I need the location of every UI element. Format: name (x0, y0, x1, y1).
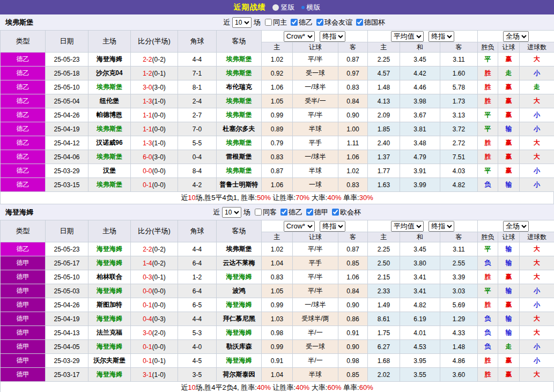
filter-checkbox[interactable]: 同主 (263, 18, 287, 27)
scope-select[interactable]: 全场 (503, 221, 529, 232)
away-team[interactable]: 荷尔斯泰因 (217, 368, 262, 382)
filter-checkbox-input[interactable] (291, 19, 298, 26)
corner-score: 3-5 (178, 368, 217, 382)
home-team[interactable]: 沃尔夫斯堡 (88, 354, 131, 368)
filter-checkbox-input[interactable] (356, 19, 363, 26)
summary-segment: 10 (188, 194, 195, 202)
filter-checkbox-label: 球会友谊 (324, 18, 352, 27)
filter-checkbox[interactable]: 欧会杯 (328, 208, 361, 217)
away-team[interactable]: 海登海姆 (217, 298, 262, 312)
col-header-odds-away: 客 (338, 232, 368, 242)
league-badge: 德甲 (1, 312, 46, 326)
avg-stage-select[interactable]: 终指 (429, 221, 454, 232)
home-team[interactable]: 海登海姆 (88, 340, 131, 354)
avg-away: 1.60 (440, 66, 478, 80)
filter-checkbox-input[interactable] (265, 19, 272, 26)
home-team[interactable]: 法兰克福 (88, 326, 131, 340)
home-team[interactable]: 纽伦堡 (88, 94, 131, 108)
filter-checkbox[interactable]: 同客 (253, 208, 277, 217)
avg-away: 5.78 (440, 80, 478, 94)
recent-count-select[interactable]: 10 (222, 207, 241, 218)
team-name: 埃弗斯堡 (5, 18, 33, 27)
home-team[interactable]: 海登海姆 (88, 368, 131, 382)
half-score: (1-0) (152, 371, 166, 379)
filter-checkbox-input[interactable] (316, 19, 323, 26)
home-team[interactable]: 埃弗斯堡 (88, 150, 131, 164)
home-team[interactable]: 柏林联合 (88, 270, 131, 284)
odds-home: 0.99 (262, 340, 293, 354)
summary-segment: 70% (296, 194, 309, 202)
filter-checkbox-input[interactable] (280, 209, 287, 216)
away-team[interactable]: 普鲁士明斯特 (217, 178, 262, 192)
away-team[interactable]: 勒沃库森 (217, 340, 262, 354)
avg-stage-select[interactable]: 终指 (429, 31, 454, 42)
avg-draw: 4.46 (400, 80, 440, 94)
avg-home: 2.09 (368, 108, 400, 122)
away-team[interactable]: 海登海姆 (217, 354, 262, 368)
result-outcome: 平 (478, 108, 498, 122)
result-goals: 小 (520, 122, 554, 136)
league-badge: 德甲 (1, 340, 46, 354)
match-row: 德乙25-05-23海登海姆2-2(0-2)4-4埃弗斯堡1.02平/半0.87… (1, 242, 554, 256)
home-team[interactable]: 汉诺威96 (88, 136, 131, 150)
home-team[interactable]: 沙尔克04 (88, 66, 131, 80)
filter-checkbox[interactable]: 德乙 (287, 18, 313, 27)
away-team[interactable]: 云达不莱梅 (217, 256, 262, 270)
away-team[interactable]: 埃弗斯堡 (217, 242, 262, 256)
home-team[interactable]: 汉堡 (88, 164, 131, 178)
league-badge: 德甲 (1, 326, 46, 340)
away-team[interactable]: 埃弗斯堡 (217, 164, 262, 178)
home-team[interactable]: 埃弗斯堡 (88, 178, 131, 192)
filter-checkbox-input[interactable] (332, 209, 339, 216)
home-team[interactable]: 埃弗斯堡 (88, 122, 131, 136)
league-badge: 德甲 (1, 256, 46, 270)
home-team[interactable]: 海登海姆 (88, 242, 131, 256)
away-team[interactable]: 布伦瑞克 (217, 80, 262, 94)
avg-draw: 4.82 (400, 298, 440, 312)
company-select[interactable]: Crow* (284, 31, 315, 42)
average-select[interactable]: 平均值 (391, 221, 424, 232)
away-team[interactable]: 雷根斯堡 (217, 150, 262, 164)
home-team[interactable]: 斯图加特 (88, 298, 131, 312)
filter-checkbox[interactable]: 德国杯 (352, 18, 385, 27)
home-team[interactable]: 海登海姆 (88, 53, 131, 66)
odds-handicap: 半/一 (293, 326, 338, 340)
away-team[interactable]: 埃弗斯堡 (217, 136, 262, 150)
avg-home: 4.13 (368, 94, 400, 108)
away-team[interactable]: 海登海姆 (217, 326, 262, 340)
filter-checkbox[interactable]: 德乙 (277, 208, 302, 217)
filter-checkbox-input[interactable] (306, 209, 313, 216)
home-team[interactable]: 埃弗斯堡 (88, 80, 131, 94)
away-team[interactable]: 埃弗斯堡 (217, 53, 262, 66)
away-team[interactable]: 埃弗斯堡 (217, 66, 262, 80)
average-odds-header: 平均值 终指 (368, 31, 478, 42)
company-select[interactable]: Crow* (284, 221, 315, 232)
odds-home: 0.99 (262, 298, 293, 312)
avg-away: 3.13 (440, 108, 478, 122)
filter-checkbox-input[interactable] (255, 209, 262, 216)
away-team[interactable]: 波鸿 (217, 284, 262, 298)
home-team[interactable]: 海登海姆 (88, 284, 131, 298)
odds-stage-select[interactable]: 终指 (320, 221, 345, 232)
radio-horizontal[interactable]: 横版 (301, 3, 321, 12)
home-team[interactable]: 帕德博恩 (88, 108, 131, 122)
recent-count-select[interactable]: 10 (232, 17, 252, 28)
odds-home: 1.03 (262, 312, 293, 326)
away-team[interactable]: 拜仁慕尼黑 (217, 312, 262, 326)
league-filter-checkboxes: 同主德乙球会友谊德国杯 (263, 18, 385, 27)
filter-checkbox[interactable]: 德甲 (302, 208, 328, 217)
away-team[interactable]: 杜塞尔多夫 (217, 122, 262, 136)
score: 2-2(0-2) (131, 242, 178, 256)
odds-stage-select[interactable]: 终指 (320, 31, 345, 42)
average-select[interactable]: 平均值 (391, 31, 424, 42)
home-team[interactable]: 海登海姆 (88, 312, 131, 326)
away-team[interactable]: 埃弗斯堡 (217, 94, 262, 108)
scope-select[interactable]: 全场 (503, 31, 529, 42)
radio-vertical[interactable]: 竖版 (272, 3, 295, 12)
match-date: 25-04-26 (46, 108, 88, 122)
away-team[interactable]: 埃弗斯堡 (217, 108, 262, 122)
result-outcome: 平 (478, 122, 498, 136)
filter-checkbox[interactable]: 球会友谊 (313, 18, 352, 27)
home-team[interactable]: 海登海姆 (88, 256, 131, 270)
away-team[interactable]: 海登海姆 (217, 270, 262, 284)
